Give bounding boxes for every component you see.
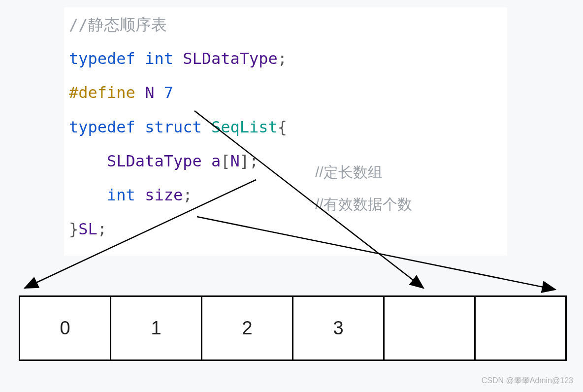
array-cell-0: 0 <box>20 296 111 360</box>
num-7: 7 <box>164 83 173 102</box>
kw-int-2: int <box>107 186 135 204</box>
code-line-7: }SL; <box>69 217 502 242</box>
table-row: 0 1 2 3 <box>20 296 566 360</box>
code-line-1: //静态顺序表 <box>69 12 502 37</box>
code-block: //静态顺序表 typedef int SLDataType; #define … <box>64 7 507 256</box>
semi-2: ; <box>249 152 259 170</box>
comment-static-list: //静态顺序表 <box>69 15 167 34</box>
array-cell-2: 2 <box>202 296 293 360</box>
array-cell-1: 1 <box>111 296 202 360</box>
alias-sl: SL <box>78 220 97 238</box>
type-sldatatype: SLDataType <box>183 49 278 68</box>
kw-typedef2: typedef <box>69 118 135 136</box>
comment-valid-count: //有效数据个数 <box>315 195 412 215</box>
brace-open: { <box>278 118 287 136</box>
code-line-6: int size; <box>69 183 502 208</box>
comment-fixed-array: //定长数组 <box>315 163 383 183</box>
code-line-2: typedef int SLDataType; <box>69 46 502 71</box>
indent-6 <box>69 186 107 204</box>
array-cell-5 <box>475 296 566 360</box>
brace-close: } <box>69 220 78 238</box>
indent-5 <box>69 152 107 170</box>
semi-1: ; <box>278 49 287 68</box>
macro-n-2: N <box>230 152 240 170</box>
watermark: CSDN @攀攀Admin@123 <box>482 376 573 386</box>
array-table: 0 1 2 3 <box>19 295 567 361</box>
lbracket: [ <box>221 152 230 170</box>
kw-define: #define <box>69 83 135 102</box>
code-line-4: typedef struct SeqList{ <box>69 115 502 140</box>
rbracket: ] <box>240 152 249 170</box>
struct-seqlist: SeqList <box>211 118 278 136</box>
semi-4: ; <box>97 220 107 238</box>
array-cell-3: 3 <box>293 296 384 360</box>
kw-struct: struct <box>145 118 202 136</box>
kw-int: int <box>145 49 173 68</box>
macro-n: N <box>145 83 154 102</box>
semi-3: ; <box>183 186 192 204</box>
type-sldatatype-2: SLDataType <box>107 152 202 170</box>
code-line-3: #define N 7 <box>69 80 502 105</box>
kw-typedef: typedef <box>69 49 135 68</box>
code-line-5: SLDataType a[N]; <box>69 149 502 174</box>
field-a: a <box>211 152 221 170</box>
field-size: size <box>145 186 183 204</box>
array-cell-4 <box>384 296 475 360</box>
